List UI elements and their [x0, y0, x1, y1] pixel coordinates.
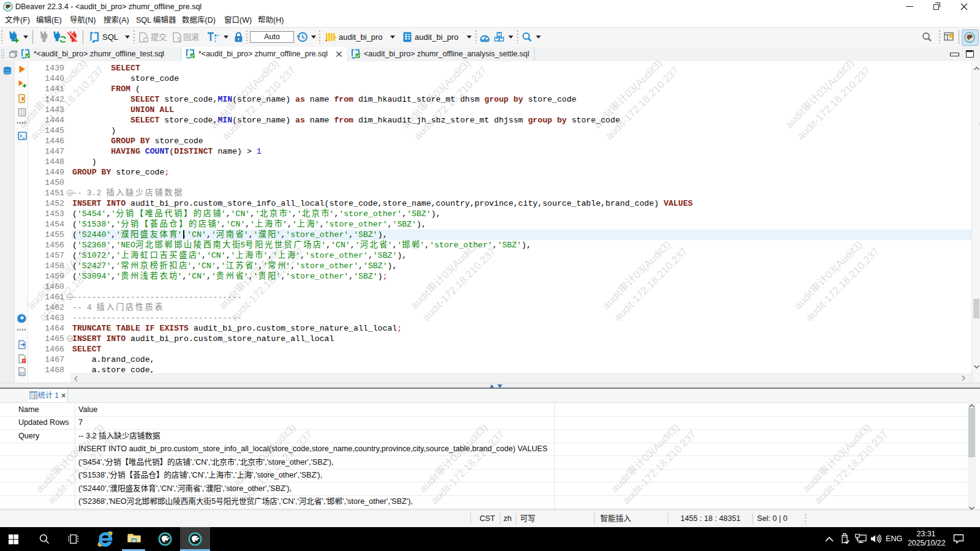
svg-text:(x): (x): [20, 371, 24, 376]
